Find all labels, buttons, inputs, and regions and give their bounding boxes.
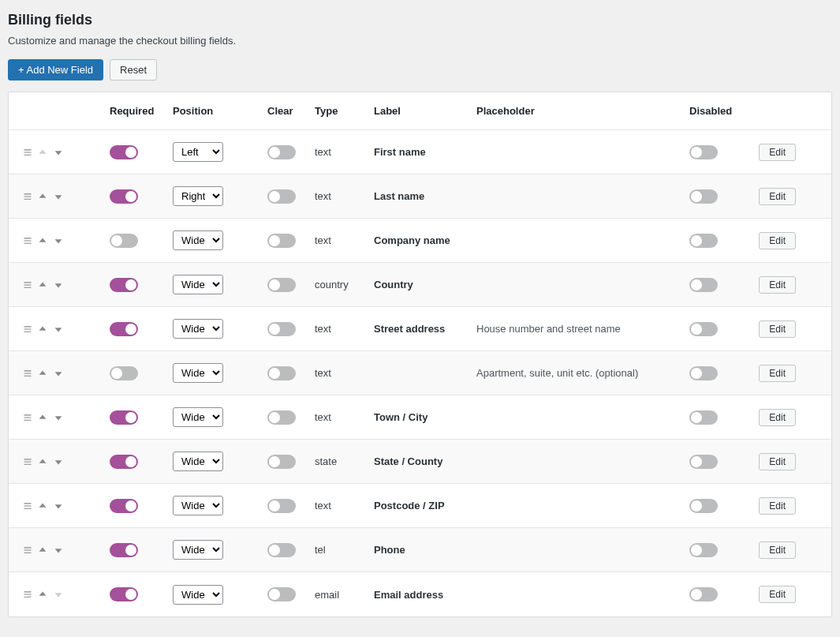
position-select[interactable]: LeftRightWide <box>173 186 223 206</box>
edit-button[interactable]: Edit <box>759 586 796 603</box>
edit-button[interactable]: Edit <box>759 365 796 382</box>
clear-toggle[interactable] <box>267 145 296 159</box>
move-down-icon[interactable] <box>53 235 64 246</box>
clear-toggle[interactable] <box>267 234 296 248</box>
drag-icon[interactable] <box>23 369 32 378</box>
edit-button[interactable]: Edit <box>759 232 796 249</box>
clear-toggle[interactable] <box>267 455 296 469</box>
move-down-icon[interactable] <box>53 279 64 290</box>
disabled-toggle[interactable] <box>689 278 718 292</box>
move-up-icon[interactable] <box>37 456 48 467</box>
drag-icon[interactable] <box>23 457 32 467</box>
type-value: text <box>315 500 374 511</box>
edit-button[interactable]: Edit <box>759 188 796 205</box>
move-down-icon[interactable] <box>53 500 64 511</box>
position-select[interactable]: LeftRightWide <box>173 275 223 294</box>
move-down-icon[interactable] <box>53 545 64 556</box>
move-down-icon[interactable] <box>53 147 64 158</box>
position-select[interactable]: LeftRightWide <box>173 496 223 515</box>
disabled-toggle[interactable] <box>689 234 718 248</box>
drag-icon[interactable] <box>23 590 32 599</box>
required-toggle[interactable] <box>110 322 138 336</box>
move-up-icon[interactable] <box>37 500 48 511</box>
required-toggle[interactable] <box>110 410 138 425</box>
sort-handles <box>23 500 110 511</box>
move-up-icon[interactable] <box>37 279 48 290</box>
disabled-toggle[interactable] <box>689 366 718 380</box>
add-new-field-button[interactable]: + Add New Field <box>8 59 103 81</box>
label-value: Country <box>374 279 476 290</box>
required-toggle[interactable] <box>110 234 138 248</box>
drag-icon[interactable] <box>23 545 32 555</box>
position-select[interactable]: LeftRightWide <box>173 319 223 339</box>
position-select[interactable]: LeftRightWide <box>173 407 223 427</box>
disabled-toggle[interactable] <box>689 499 718 513</box>
edit-button[interactable]: Edit <box>759 144 796 161</box>
disabled-toggle[interactable] <box>689 322 718 336</box>
disabled-toggle[interactable] <box>689 410 718 425</box>
col-disabled: Disabled <box>689 105 749 117</box>
clear-toggle[interactable] <box>267 410 296 425</box>
reset-button[interactable]: Reset <box>110 59 157 81</box>
move-down-icon[interactable] <box>53 324 64 335</box>
disabled-toggle[interactable] <box>689 543 718 557</box>
move-up-icon[interactable] <box>37 191 48 202</box>
move-down-icon[interactable] <box>53 368 64 379</box>
drag-icon[interactable] <box>23 280 32 290</box>
required-toggle[interactable] <box>110 543 138 557</box>
sort-handles <box>23 235 110 246</box>
required-toggle[interactable] <box>110 455 138 469</box>
drag-icon[interactable] <box>23 236 32 245</box>
edit-button[interactable]: Edit <box>759 409 796 426</box>
drag-icon[interactable] <box>23 192 32 201</box>
move-up-icon[interactable] <box>37 368 48 379</box>
edit-button[interactable]: Edit <box>759 541 796 559</box>
required-toggle[interactable] <box>110 278 138 292</box>
position-select[interactable]: LeftRightWide <box>173 585 223 605</box>
edit-button[interactable]: Edit <box>759 453 796 470</box>
col-type: Type <box>315 105 374 117</box>
edit-button[interactable]: Edit <box>759 276 796 294</box>
move-up-icon <box>37 147 48 158</box>
page-description: Customize and manage the checkout billin… <box>8 35 832 47</box>
edit-button[interactable]: Edit <box>759 497 796 515</box>
placeholder-value: House number and street name <box>476 323 689 335</box>
clear-toggle[interactable] <box>267 543 296 557</box>
move-up-icon[interactable] <box>37 545 48 556</box>
disabled-toggle[interactable] <box>689 455 718 469</box>
clear-toggle[interactable] <box>267 499 296 513</box>
clear-toggle[interactable] <box>267 189 296 204</box>
drag-icon[interactable] <box>23 324 32 334</box>
drag-icon[interactable] <box>23 501 32 511</box>
position-select[interactable]: LeftRightWide <box>173 452 223 471</box>
clear-toggle[interactable] <box>267 366 296 380</box>
drag-icon[interactable] <box>23 413 32 422</box>
table-row: LeftRightWidetextCompany nameEdit <box>9 219 831 263</box>
position-select[interactable]: LeftRightWide <box>173 540 223 560</box>
disabled-toggle[interactable] <box>689 587 718 601</box>
move-down-icon[interactable] <box>53 412 64 423</box>
required-toggle[interactable] <box>110 145 138 159</box>
table-row: LeftRightWidetextFirst nameEdit <box>9 130 831 174</box>
clear-toggle[interactable] <box>267 278 296 292</box>
move-down-icon[interactable] <box>53 456 64 467</box>
required-toggle[interactable] <box>110 587 138 601</box>
required-toggle[interactable] <box>110 366 138 380</box>
required-toggle[interactable] <box>110 189 138 204</box>
position-select[interactable]: LeftRightWide <box>173 230 223 250</box>
move-up-icon[interactable] <box>37 589 48 600</box>
clear-toggle[interactable] <box>267 322 296 336</box>
drag-icon[interactable] <box>23 148 32 157</box>
required-toggle[interactable] <box>110 499 138 513</box>
position-select[interactable]: LeftRightWide <box>173 142 223 162</box>
move-up-icon[interactable] <box>37 235 48 246</box>
clear-toggle[interactable] <box>267 587 296 601</box>
disabled-toggle[interactable] <box>689 145 718 159</box>
move-up-icon[interactable] <box>37 412 48 423</box>
move-up-icon[interactable] <box>37 324 48 335</box>
edit-button[interactable]: Edit <box>759 320 796 338</box>
position-select[interactable]: LeftRightWide <box>173 363 223 383</box>
disabled-toggle[interactable] <box>689 189 718 204</box>
move-down-icon <box>53 589 64 600</box>
move-down-icon[interactable] <box>53 191 64 202</box>
